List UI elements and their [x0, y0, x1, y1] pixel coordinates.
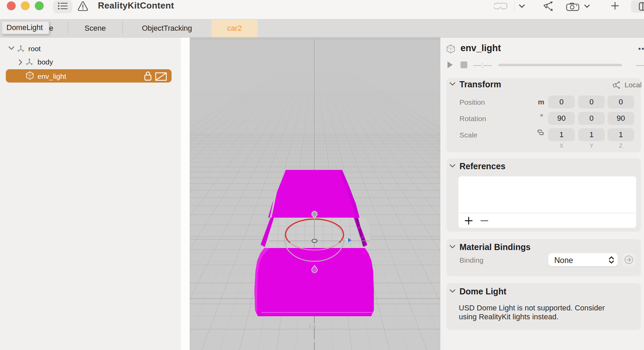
svg-text:4 m: 4 m — [309, 324, 316, 329]
